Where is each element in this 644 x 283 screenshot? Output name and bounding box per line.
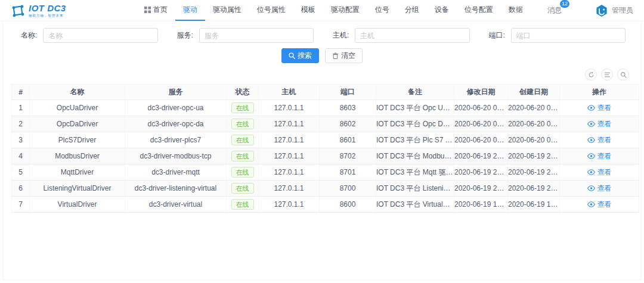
user-menu[interactable]: 管理员	[595, 4, 633, 17]
brand-logo[interactable]: IOT DC3 物联万物，智控未来	[11, 0, 66, 21]
brand-tagline: 物联万物，智控未来	[29, 14, 66, 18]
service-input[interactable]	[199, 28, 314, 43]
topbar-right: 消息 12 管理员	[547, 0, 633, 21]
cell-name: MqttDriver	[30, 164, 125, 181]
cell-index: 2	[12, 116, 30, 132]
col-updated: 修改日期	[454, 85, 508, 100]
table-row: 5 MqttDriver dc3-driver-mqtt 在线 127.0.1.…	[12, 164, 639, 181]
col-remark: 备注	[376, 85, 454, 100]
cell-status: 在线	[227, 132, 259, 148]
cell-created: 2020-06-20 00:45:42	[508, 116, 560, 132]
cell-status: 在线	[227, 100, 259, 116]
view-button[interactable]: 查看	[587, 135, 612, 145]
cell-actions: 查看	[560, 181, 639, 197]
cell-remark: IOT DC3 平台 Plc S7 Tcp 驱动。	[376, 132, 454, 148]
eye-icon	[587, 201, 595, 207]
cell-service: dc3-driver-opc-da	[125, 116, 227, 132]
eye-icon	[587, 169, 595, 175]
cell-service: dc3-driver-plcs7	[125, 132, 227, 148]
cell-actions: 查看	[560, 148, 639, 164]
driver-table: # 名称 服务 状态 主机 端口 备注 修改日期 创建日期 操作 1 OpcUa…	[11, 84, 639, 213]
cell-updated: 2020-06-20 00:45:05	[454, 132, 508, 148]
search-form: 名称: 服务: 主机: 端口:	[3, 23, 641, 43]
cell-status: 在线	[227, 197, 259, 213]
name-field-group: 名称:	[21, 28, 158, 43]
service-label: 服务:	[177, 30, 193, 41]
view-button[interactable]: 查看	[587, 200, 612, 210]
view-button[interactable]: 查看	[587, 167, 612, 178]
table-row: 6 ListeningVirtualDriver dc3-driver-list…	[12, 181, 639, 197]
cell-name: OpcUaDriver	[30, 100, 125, 116]
nav-item-data[interactable]: 数据	[501, 0, 531, 21]
col-actions: 操作	[560, 85, 639, 100]
cell-index: 1	[12, 100, 30, 116]
view-button[interactable]: 查看	[587, 103, 612, 113]
cell-service: dc3-driver-opc-ua	[125, 100, 227, 116]
nav-item-home[interactable]: 首页	[137, 0, 175, 21]
nav-item-driver-config[interactable]: 驱动配置	[323, 0, 367, 21]
cell-port: 8603	[320, 100, 376, 116]
nav-item-device[interactable]: 设备	[427, 0, 457, 21]
host-label: 主机:	[333, 30, 349, 41]
dc3-logo-icon	[11, 4, 25, 18]
refresh-icon[interactable]	[585, 69, 597, 80]
columns-icon[interactable]	[601, 69, 613, 80]
service-field-group: 服务:	[177, 28, 314, 43]
table-toolbar	[3, 67, 641, 84]
cell-remark: IOT DC3 平台 Opc Ua 驱动。	[376, 100, 454, 116]
cell-port: 8702	[320, 148, 376, 164]
cell-port: 8602	[320, 116, 376, 132]
port-input[interactable]	[511, 28, 626, 43]
cell-updated: 2020-06-19 20:27:01	[454, 181, 508, 197]
nav-item-point-config[interactable]: 位号配置	[457, 0, 501, 21]
cell-index: 6	[12, 181, 30, 197]
cell-actions: 查看	[560, 164, 639, 181]
search-toggle-icon[interactable]	[617, 69, 629, 80]
name-label: 名称:	[21, 30, 37, 41]
cell-index: 4	[12, 148, 30, 164]
status-badge: 在线	[231, 135, 254, 145]
messages-link[interactable]: 消息 12	[547, 5, 562, 15]
cell-host: 127.0.1.1	[259, 100, 320, 116]
col-host: 主机	[259, 85, 320, 100]
host-input[interactable]	[355, 28, 469, 43]
nav-item-driver[interactable]: 驱动	[175, 0, 205, 21]
cell-created: 2020-06-20 00:45:46	[508, 100, 560, 116]
nav-item-group[interactable]: 分组	[397, 0, 427, 21]
name-input[interactable]	[43, 28, 157, 43]
cell-status: 在线	[227, 164, 259, 181]
col-service: 服务	[125, 85, 227, 100]
cell-host: 127.0.1.1	[259, 164, 320, 181]
avatar-icon	[595, 4, 608, 17]
cell-port: 8600	[320, 197, 376, 213]
clear-button[interactable]: 清空	[325, 48, 363, 63]
cell-name: VirtualDriver	[30, 197, 125, 213]
col-status: 状态	[227, 85, 259, 100]
host-field-group: 主机:	[333, 28, 470, 43]
cell-actions: 查看	[560, 132, 639, 148]
view-button[interactable]: 查看	[587, 119, 612, 129]
cell-actions: 查看	[560, 116, 639, 132]
view-button[interactable]: 查看	[587, 151, 612, 161]
nav-item-point-attr[interactable]: 位号属性	[249, 0, 293, 21]
cell-port: 8700	[320, 181, 376, 197]
col-name: 名称	[30, 85, 125, 100]
eye-icon	[587, 121, 595, 127]
nav-item-point[interactable]: 位号	[367, 0, 397, 21]
search-button[interactable]: 搜索	[281, 48, 319, 63]
cell-status: 在线	[227, 181, 259, 197]
nav-item-driver-attr[interactable]: 驱动属性	[205, 0, 249, 21]
cell-name: PlcS7Driver	[30, 132, 125, 148]
driver-table-container: # 名称 服务 状态 主机 端口 备注 修改日期 创建日期 操作 1 OpcUa…	[3, 84, 641, 213]
nav-item-template[interactable]: 模板	[293, 0, 323, 21]
status-badge: 在线	[231, 151, 254, 161]
table-row: 3 PlcS7Driver dc3-driver-plcs7 在线 127.0.…	[12, 132, 639, 148]
port-label: 端口:	[489, 30, 505, 41]
cell-index: 5	[12, 164, 30, 181]
view-button[interactable]: 查看	[587, 184, 612, 194]
cell-status: 在线	[227, 148, 259, 164]
cell-name: OpcDaDriver	[30, 116, 125, 132]
port-field-group: 端口:	[489, 28, 626, 43]
cell-host: 127.0.1.1	[259, 181, 320, 197]
brand-title: IOT DC3	[29, 3, 66, 13]
